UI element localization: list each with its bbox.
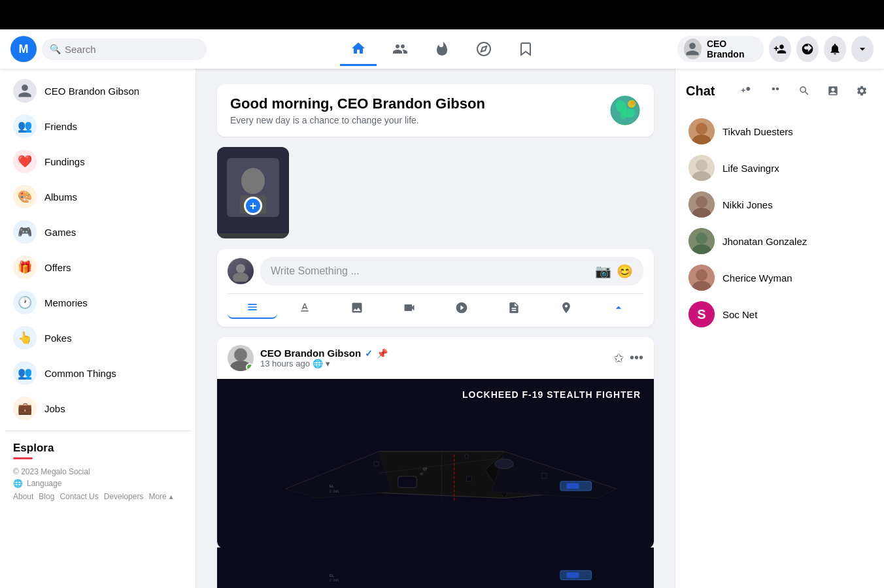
nav-bookmarks[interactable]: [507, 32, 544, 66]
sidebar-item-jobs[interactable]: 💼 Jobs: [5, 391, 190, 425]
tab-image[interactable]: [332, 297, 382, 319]
fundings-icon: ❤️: [13, 150, 37, 173]
post-tabs: [228, 293, 643, 319]
post-time: 13 hours ago 🌐 ▾: [260, 359, 388, 368]
nav-home[interactable]: [340, 32, 377, 66]
notifications-btn[interactable]: [824, 36, 846, 62]
pokes-icon: 👆: [13, 326, 37, 350]
add-story-btn[interactable]: +: [244, 197, 262, 215]
tikvah-avatar: [688, 118, 715, 144]
chat-group-icon[interactable]: [764, 79, 787, 103]
messenger-btn[interactable]: [796, 36, 819, 62]
friends-icon: 👥: [13, 114, 37, 138]
logo[interactable]: M: [10, 36, 37, 62]
dropdown-btn[interactable]: [851, 36, 874, 62]
language-link[interactable]: Language: [27, 479, 61, 488]
chat-item-nikki-jones[interactable]: Nikki Jones: [686, 186, 874, 223]
top-black-bar: [0, 0, 884, 29]
post-header: CEO Brandon Gibson ✓ 📌 13 hours ago 🌐 ▾ …: [217, 337, 654, 379]
svg-point-18: [495, 459, 514, 468]
more-link[interactable]: More ▲: [148, 492, 174, 501]
svg-point-7: [631, 101, 635, 105]
nav-friends[interactable]: [382, 32, 418, 66]
search-input[interactable]: [65, 44, 199, 55]
sidebar-profile-name: CEO Brandon Gibson: [44, 86, 139, 97]
svg-point-45: [692, 244, 711, 254]
post-composer: Write Something ... 📷 😊: [217, 249, 654, 327]
nikki-jones-name: Nikki Jones: [722, 199, 773, 210]
welcome-banner: Good morning, CEO Brandon Gibson Every n…: [217, 84, 654, 137]
tab-location[interactable]: [541, 297, 591, 319]
jhonatan-name: Jhonatan Gonzalez: [722, 236, 807, 247]
developers-link[interactable]: Developers: [104, 492, 144, 501]
search-box: 🔍: [42, 39, 207, 60]
profile-story-card[interactable]: +: [217, 147, 289, 238]
sidebar-item-games[interactable]: 🎮 Games: [5, 215, 190, 249]
chat-search-icon[interactable]: [792, 79, 816, 103]
sidebar-item-albums[interactable]: 🎨 Albums: [5, 180, 190, 214]
blog-link[interactable]: Blog: [39, 492, 54, 501]
tab-poll[interactable]: [437, 297, 486, 319]
search-icon: 🔍: [50, 44, 61, 54]
chat-item-soc-net[interactable]: S Soc Net: [686, 296, 874, 333]
verified-badge: ✓: [365, 348, 373, 359]
chat-title: Chat: [686, 84, 715, 99]
tab-list[interactable]: [228, 297, 277, 319]
chat-add-friend-icon[interactable]: [735, 79, 758, 103]
header-left: M 🔍: [10, 36, 207, 62]
sidebar-item-memories[interactable]: 🕐 Memories: [5, 286, 190, 319]
author-name-text: CEO Brandon Gibson: [260, 348, 361, 359]
audience-icon: 🌐: [313, 359, 323, 368]
photo-icon[interactable]: 📷: [595, 263, 611, 279]
tab-text[interactable]: [280, 297, 330, 319]
offers-icon: 🎁: [13, 255, 37, 279]
sidebar-item-fundings[interactable]: ❤️ Fundings: [5, 144, 190, 178]
user-avatar: [684, 39, 702, 59]
chat-item-cherice[interactable]: Cherice Wyman: [686, 259, 874, 296]
header: M 🔍 CEO Brandon: [0, 29, 884, 69]
post-header-actions: ✩ •••: [613, 350, 643, 366]
svg-point-39: [692, 135, 711, 144]
svg-marker-17: [492, 451, 617, 498]
stealth-fighter-svg: GL 2-345 QF QF: [217, 379, 654, 549]
sidebar-games-label: Games: [44, 227, 76, 238]
svg-text:QF: QF: [423, 467, 428, 471]
tab-video[interactable]: [384, 297, 434, 319]
chat-settings-icon[interactable]: [850, 79, 874, 103]
sidebar-item-profile[interactable]: CEO Brandon Gibson: [5, 74, 190, 108]
about-link[interactable]: About: [13, 492, 33, 501]
svg-point-46: [696, 269, 707, 281]
svg-marker-1: [481, 46, 486, 52]
nav-explore[interactable]: [466, 32, 502, 66]
pin-icon: 📌: [377, 348, 388, 359]
sidebar-item-offers[interactable]: 🎁 Offers: [5, 250, 190, 284]
svg-text:2-345: 2-345: [330, 490, 339, 493]
sidebar-divider: [5, 431, 190, 431]
stealth-bottom-svg: GL 2-345: [217, 547, 654, 588]
contact-link[interactable]: Contact Us: [60, 492, 98, 501]
add-friend-btn[interactable]: [769, 36, 791, 62]
more-options-btn[interactable]: •••: [630, 350, 643, 366]
sidebar-item-pokes[interactable]: 👆 Pokes: [5, 321, 190, 355]
star-action-btn[interactable]: ✩: [613, 350, 624, 366]
svg-point-44: [696, 233, 707, 244]
emoji-icon[interactable]: 😊: [617, 263, 633, 279]
composer-input-area[interactable]: Write Something ... 📷 😊: [260, 257, 643, 286]
sidebar-item-friends[interactable]: 👥 Friends: [5, 109, 190, 143]
nav-trending[interactable]: [424, 32, 460, 66]
chat-item-lifesavingrx[interactable]: Life Savingrx: [686, 150, 874, 186]
svg-point-8: [241, 168, 265, 194]
svg-point-10: [236, 264, 245, 273]
tab-doc[interactable]: [489, 297, 539, 319]
post-image-bottom: GL 2-345: [217, 547, 654, 588]
user-pill[interactable]: CEO Brandon: [677, 36, 764, 62]
audience-dropdown: ▾: [326, 359, 330, 368]
chat-header: Chat: [686, 79, 874, 103]
tab-boost[interactable]: [594, 297, 643, 319]
svg-point-41: [692, 171, 711, 181]
chat-add-user-icon[interactable]: [821, 79, 845, 103]
chat-item-jhonatan[interactable]: Jhonatan Gonzalez: [686, 223, 874, 259]
svg-text:QF: QF: [420, 472, 424, 476]
sidebar-item-common-things[interactable]: 👥 Common Things: [5, 356, 190, 390]
chat-item-tikvah[interactable]: Tikvah Duesters: [686, 113, 874, 150]
